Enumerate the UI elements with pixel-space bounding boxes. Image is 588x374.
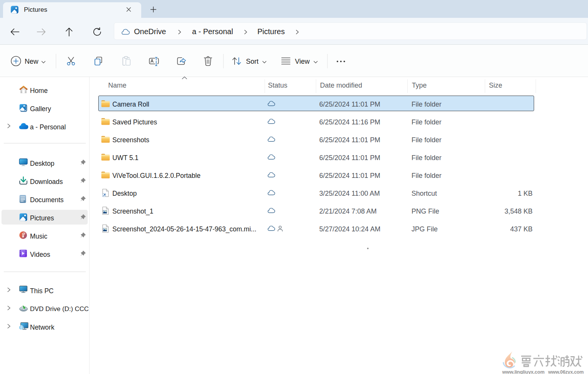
svg-text:www.06zyx.com: www.06zyx.com — [548, 369, 584, 374]
svg-text:www.lingliuyx.com: www.lingliuyx.com — [502, 369, 544, 374]
